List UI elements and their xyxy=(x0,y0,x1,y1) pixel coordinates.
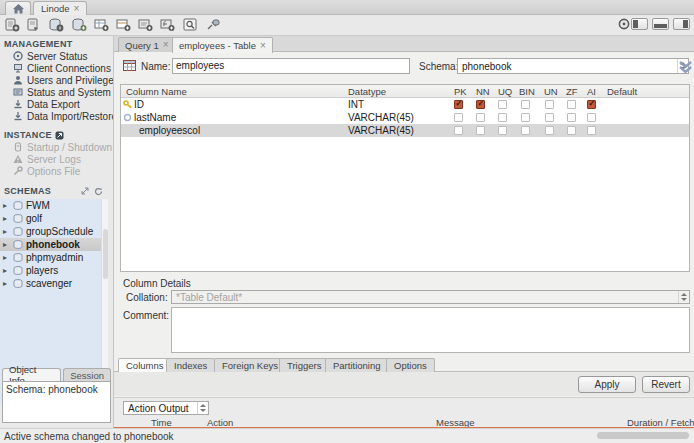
create-table-icon[interactable] xyxy=(92,17,111,33)
schema-item-scavenger[interactable]: ▸ scavenger xyxy=(0,277,101,290)
schema-item-golf[interactable]: ▸ golf xyxy=(0,212,101,225)
expand-header-chevrons-icon[interactable] xyxy=(678,59,693,74)
horizontal-scrollbar[interactable] xyxy=(597,432,689,439)
revert-button[interactable]: Revert xyxy=(642,376,690,393)
tab-partitioning[interactable]: Partitioning xyxy=(325,358,389,372)
stepper-icon[interactable] xyxy=(678,291,689,303)
header-uq[interactable]: UQ xyxy=(498,86,512,97)
chevron-right-icon[interactable]: ▸ xyxy=(3,201,10,210)
checkbox-pk[interactable] xyxy=(454,113,463,122)
close-icon[interactable]: × xyxy=(260,41,266,51)
toggle-right-panel-button[interactable] xyxy=(673,18,690,30)
schema-item-phonebook[interactable]: ▸ phonebook xyxy=(0,238,101,251)
checkbox-nn[interactable] xyxy=(476,113,485,122)
sidebar-item-users-privileges[interactable]: Users and Privileges xyxy=(0,74,113,86)
tab-options[interactable]: Options xyxy=(386,358,435,372)
apply-button[interactable]: Apply xyxy=(578,376,636,393)
schema-item-phpmyadmin[interactable]: ▸ phpmyadmin xyxy=(0,251,101,264)
stepper-icon[interactable] xyxy=(197,402,208,414)
tab-triggers[interactable]: Triggers xyxy=(279,358,330,372)
schema-item-fwm[interactable]: ▸ FWM xyxy=(0,199,101,212)
sidebar-item-server-status[interactable]: Server Status xyxy=(0,50,113,62)
checkbox-zf[interactable] xyxy=(567,100,576,109)
header-zf[interactable]: ZF xyxy=(566,86,578,97)
checkbox-bin[interactable] xyxy=(521,113,530,122)
chevron-right-icon[interactable]: ▸ xyxy=(3,214,10,223)
tab-session[interactable]: Session xyxy=(63,368,111,381)
schema-item-players[interactable]: ▸ players xyxy=(0,264,101,277)
checkbox-ai[interactable] xyxy=(587,113,596,122)
header-ai[interactable]: AI xyxy=(587,86,596,97)
sidebar-item-data-export[interactable]: Data Export xyxy=(0,98,113,110)
expand-panel-icon[interactable] xyxy=(81,187,89,195)
tab-foreign-keys[interactable]: Foreign Keys xyxy=(214,358,286,372)
tab-employees-table[interactable]: employees - Table× xyxy=(172,37,273,53)
refresh-icon[interactable] xyxy=(94,187,103,196)
header-datatype[interactable]: Datatype xyxy=(348,86,386,97)
checkbox-nn[interactable] xyxy=(476,100,485,109)
checkbox-nn[interactable] xyxy=(476,126,485,135)
header-column-name[interactable]: Column Name xyxy=(126,86,187,97)
comment-textarea[interactable] xyxy=(171,307,690,353)
sidebar-item-startup-shutdown[interactable]: Startup / Shutdown xyxy=(0,141,113,153)
connection-tab-label: Linode xyxy=(41,3,70,14)
sidebar-item-server-logs[interactable]: Server Logs xyxy=(0,153,113,165)
column-row-lastname[interactable]: lastName VARCHAR(45) xyxy=(121,111,689,124)
checkbox-pk[interactable] xyxy=(454,100,463,109)
connection-tab-linode[interactable]: Linode × xyxy=(33,1,87,15)
header-default[interactable]: Default xyxy=(607,86,637,97)
tab-columns[interactable]: Columns xyxy=(118,358,172,372)
checkbox-bin[interactable] xyxy=(521,100,530,109)
chevron-right-icon[interactable]: ▸ xyxy=(3,253,10,262)
chevron-right-icon[interactable]: ▸ xyxy=(3,240,10,249)
home-tab[interactable] xyxy=(5,1,31,15)
checkbox-zf[interactable] xyxy=(567,113,576,122)
checkbox-un[interactable] xyxy=(545,126,554,135)
schema-select[interactable]: phonebook xyxy=(457,58,689,74)
collation-select[interactable]: *Table Default* xyxy=(171,290,690,304)
sidebar-item-options-file[interactable]: Options File xyxy=(0,165,113,177)
close-icon[interactable]: × xyxy=(163,40,169,50)
checkbox-zf[interactable] xyxy=(567,126,576,135)
schema-item-groupschedule[interactable]: ▸ groupSchedule xyxy=(0,225,101,238)
close-icon[interactable]: × xyxy=(74,4,80,14)
checkbox-uq[interactable] xyxy=(498,100,507,109)
sidebar-item-client-connections[interactable]: Client Connections xyxy=(0,62,113,74)
open-sql-script-icon[interactable] xyxy=(25,17,44,33)
create-function-icon[interactable] xyxy=(158,17,177,33)
header-un[interactable]: UN xyxy=(544,86,558,97)
show-schemas-icon[interactable] xyxy=(47,17,66,33)
checkbox-pk[interactable] xyxy=(454,126,463,135)
header-nn[interactable]: NN xyxy=(476,86,490,97)
toggle-bottom-panel-button[interactable] xyxy=(652,18,669,30)
header-pk[interactable]: PK xyxy=(454,86,467,97)
checkbox-uq[interactable] xyxy=(498,113,507,122)
checkbox-ai[interactable] xyxy=(587,100,596,109)
search-data-icon[interactable] xyxy=(181,17,200,33)
chevron-right-icon[interactable]: ▸ xyxy=(3,266,10,275)
toggle-left-panel-button[interactable] xyxy=(631,18,648,30)
chevron-right-icon[interactable]: ▸ xyxy=(3,227,10,236)
column-row-employeescol[interactable]: employeescol VARCHAR(45) xyxy=(121,124,689,137)
create-procedure-icon[interactable] xyxy=(136,17,155,33)
new-query-tab-icon[interactable] xyxy=(3,17,22,33)
checkbox-ai[interactable] xyxy=(587,126,596,135)
sidebar-item-data-import[interactable]: Data Import/Restore xyxy=(0,110,113,122)
warning-triangle-icon xyxy=(13,154,23,164)
create-schema-icon[interactable] xyxy=(70,17,89,33)
sidebar-item-status-system-variables[interactable]: Status and System Variables xyxy=(0,86,113,98)
create-view-icon[interactable] xyxy=(114,17,133,33)
tab-object-info[interactable]: Object Info xyxy=(2,368,61,381)
tab-indexes[interactable]: Indexes xyxy=(166,358,215,372)
chevron-right-icon[interactable]: ▸ xyxy=(3,279,10,288)
checkbox-uq[interactable] xyxy=(498,126,507,135)
header-bin[interactable]: BIN xyxy=(519,86,535,97)
checkbox-un[interactable] xyxy=(545,100,554,109)
column-row-id[interactable]: ID INT xyxy=(121,98,689,111)
reconnect-dbms-icon[interactable] xyxy=(204,17,223,33)
checkbox-bin[interactable] xyxy=(521,126,530,135)
output-view-select[interactable]: Action Output xyxy=(123,401,209,415)
table-name-input[interactable]: employees xyxy=(172,58,410,74)
checkbox-un[interactable] xyxy=(545,113,554,122)
tab-query-1[interactable]: Query 1× xyxy=(118,37,176,52)
